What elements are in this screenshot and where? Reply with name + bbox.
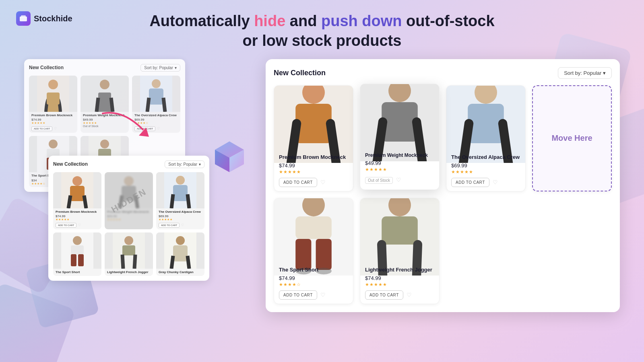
- header: Automatically hide and push down out-of-…: [0, 0, 644, 51]
- svg-point-21: [72, 176, 82, 186]
- move-here-box: ▼ ▼ ▼ Move Here: [532, 85, 612, 191]
- svg-rect-10: [149, 88, 163, 105]
- add-to-cart-btn-3[interactable]: ADD TO CART: [451, 178, 489, 187]
- add-to-cart-btn-4[interactable]: ADD TO CART: [279, 290, 317, 300]
- svg-rect-32: [71, 254, 76, 266]
- svg-rect-61: [382, 216, 418, 245]
- large-store-card: New Collection Sort by: Popular ▾: [266, 59, 620, 312]
- svg-point-27: [176, 176, 185, 185]
- medium-card-title: New Collection: [53, 161, 88, 167]
- add-to-cart-btn-5[interactable]: ADD TO CART: [365, 290, 403, 300]
- svg-rect-28: [173, 185, 188, 201]
- large-product-grid: Premium Brown Mockneck $74.99 ★★★★★ ADD …: [274, 85, 612, 304]
- left-panels: New Collection Sort by: Popular ▾: [24, 59, 193, 309]
- medium-card-header: New Collection Sort by: Popular ▾: [53, 160, 204, 168]
- svg-rect-55: [295, 239, 311, 270]
- large-sort-btn[interactable]: Sort by: Popular ▾: [558, 67, 612, 79]
- svg-rect-39: [173, 245, 188, 261]
- large-product-4: The Sport Short $74.99 ★★★★☆ ADD TO CART…: [274, 198, 353, 304]
- wishlist-btn-2[interactable]: ♡: [396, 177, 401, 183]
- svg-rect-22: [70, 186, 85, 201]
- svg-rect-54: [295, 216, 332, 239]
- svg-rect-7: [98, 93, 111, 105]
- large-card-title: New Collection: [274, 69, 326, 77]
- svg-rect-4: [47, 93, 60, 105]
- cube-area: [209, 140, 250, 176]
- out-of-stock-badge: Out of Stock: [365, 177, 393, 184]
- svg-point-12: [49, 140, 58, 148]
- svg-point-3: [48, 80, 58, 89]
- add-to-cart-btn-1[interactable]: ADD TO CART: [279, 178, 317, 187]
- right-panel: New Collection Sort by: Popular ▾: [266, 59, 620, 312]
- svg-point-9: [152, 79, 161, 88]
- main-title: Automatically hide and push down out-of-…: [0, 11, 644, 51]
- svg-rect-36: [122, 245, 135, 255]
- wishlist-btn-4[interactable]: ♡: [320, 292, 326, 298]
- large-product-3: The Oversized Alpaca Crew $69.99 ★★★★★ A…: [446, 85, 526, 191]
- medium-sort-btn[interactable]: Sort by: Popular ▾: [165, 160, 204, 168]
- svg-point-17: [100, 140, 109, 148]
- hidden-label: HIDDEN: [109, 187, 148, 215]
- large-product-1: Premium Brown Mockneck $74.99 ★★★★★ ADD …: [274, 85, 353, 191]
- 3d-cube-icon: [211, 140, 248, 176]
- wishlist-btn-3[interactable]: ♡: [493, 179, 498, 185]
- large-product-5: Lightweight French Jogger $74.99 ★★★★★ A…: [360, 198, 440, 304]
- med-product-5: Lightweight French Jogger: [105, 232, 153, 276]
- med-product-6: Gray Chunky Cardigan: [156, 232, 204, 276]
- med-product-hidden: HIDDEN Premium Weight Mockneck $49.99 ★★…: [105, 172, 153, 230]
- med-product-4: The Sport Short: [53, 232, 101, 276]
- small-card-title: New Collection: [29, 65, 64, 70]
- small-product-1: Premium Brown Mockneck $74.99 ★★★★★ ADD …: [29, 76, 77, 133]
- svg-point-30: [73, 236, 82, 245]
- wishlist-btn-1[interactable]: ♡: [320, 179, 326, 185]
- main-content: New Collection Sort by: Popular ▾: [0, 59, 644, 312]
- svg-point-6: [100, 80, 109, 89]
- medium-store-card: New Collection Sort by: Popular ▾: [48, 156, 209, 281]
- small-card-header: New Collection Sort by: Popular ▾: [29, 64, 180, 72]
- small-sort-btn[interactable]: Sort by: Popular ▾: [140, 64, 180, 72]
- large-product-2-out-of-stock: Premium Weight Mockneck $49.99 ★★★★★ Out…: [360, 84, 440, 190]
- med-product-3: The Oversized Alpaca Crew $69.99 ★★★★★ A…: [156, 172, 204, 230]
- small-product-3: The Oversized Alpaca Crew $69.99 ★★★★☆ A…: [132, 76, 180, 133]
- hidden-overlay: HIDDEN: [105, 172, 153, 230]
- large-card-header: New Collection Sort by: Popular ▾: [274, 67, 612, 79]
- med-product-1: Premium Brown Mockneck $74.99 ★★★★★ ADD …: [53, 172, 101, 230]
- medium-product-grid: Premium Brown Mockneck $74.99 ★★★★★ ADD …: [53, 172, 204, 276]
- svg-point-38: [176, 236, 185, 245]
- wishlist-btn-5[interactable]: ♡: [407, 292, 412, 298]
- svg-rect-31: [71, 245, 84, 254]
- svg-point-35: [124, 236, 133, 245]
- svg-rect-33: [78, 254, 84, 266]
- svg-rect-56: [316, 239, 332, 270]
- move-here-label: Move Here: [551, 134, 592, 143]
- small-product-2: Premium Weight Mockneck $49.99 ★★★★★ Out…: [80, 76, 129, 133]
